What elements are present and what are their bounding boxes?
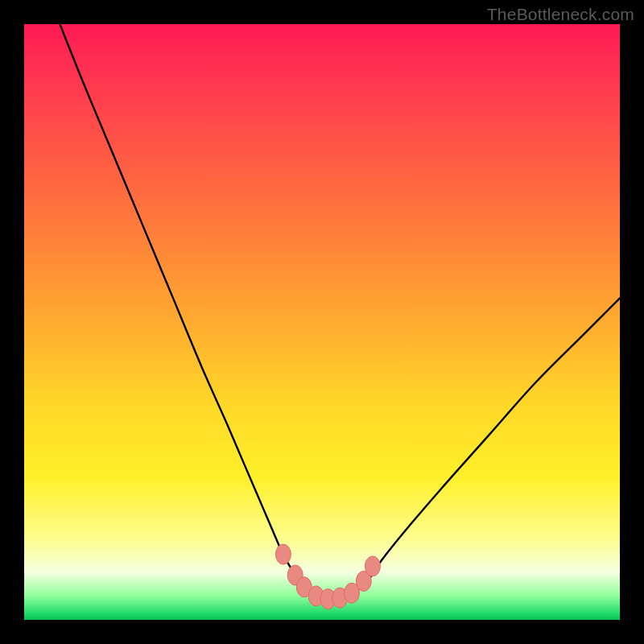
valley-marker — [365, 556, 380, 576]
chart-svg — [24, 24, 620, 620]
chart-frame: TheBottleneck.com — [0, 0, 644, 644]
bottleneck-curve — [60, 24, 620, 599]
plot-area — [24, 24, 620, 620]
watermark-text: TheBottleneck.com — [487, 5, 634, 24]
valley-marker — [275, 544, 291, 564]
valley-markers — [275, 544, 380, 609]
